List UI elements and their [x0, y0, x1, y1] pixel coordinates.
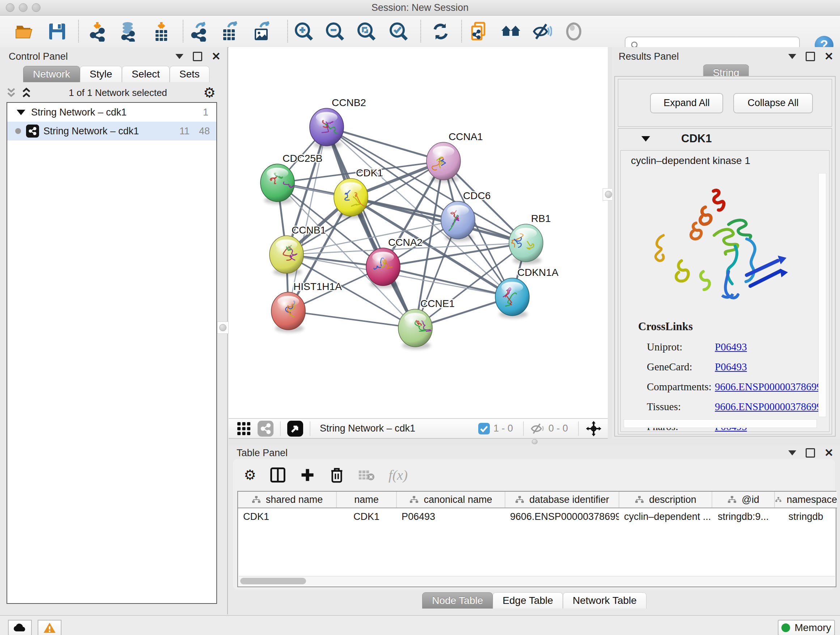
table-cell[interactable]: 9606.ENSP00000378699 [505, 508, 619, 525]
collapse-all-button[interactable]: Collapse All [733, 93, 813, 113]
network-node-ccna1[interactable]: CCNA1 [426, 131, 483, 182]
pan-move-icon[interactable] [585, 420, 602, 437]
add-column-icon[interactable] [300, 467, 316, 483]
zoom-in-icon[interactable] [294, 21, 314, 42]
panel-close-icon[interactable]: ✕ [824, 53, 834, 60]
tab-sets[interactable]: Sets [170, 66, 210, 82]
network-row[interactable]: String Network – cdk1 11 48 [7, 122, 216, 141]
table-cell[interactable]: CDK1 [238, 508, 336, 525]
export-image-icon[interactable] [252, 21, 272, 42]
zoom-fit-icon[interactable] [356, 21, 377, 42]
collapse-all-icon[interactable] [5, 87, 17, 98]
vertical-splitter[interactable] [608, 47, 612, 439]
table-container: ⚙ f(x) shared namenamecanonical namedata… [233, 459, 835, 589]
table-cell[interactable]: cyclin–dependent ... [619, 508, 712, 525]
network-node-rb1[interactable]: RB1 [509, 213, 551, 264]
network-node-ccnb1[interactable]: CCNB1 [270, 225, 326, 276]
scrollbar-thumb[interactable] [240, 578, 306, 584]
tab-edge-table[interactable]: Edge Table [493, 592, 563, 608]
panel-menu-icon[interactable] [788, 450, 796, 455]
gene-section-header[interactable]: CDK1 [618, 128, 832, 149]
panel-close-icon[interactable]: ✕ [824, 449, 834, 456]
window-minimize-button[interactable] [19, 3, 27, 12]
warning-button[interactable] [38, 620, 62, 635]
tab-network-table[interactable]: Network Table [563, 592, 646, 608]
export-network-icon[interactable] [189, 21, 210, 42]
tree-caret-icon[interactable] [17, 110, 25, 115]
network-view-canvas[interactable]: CCNB2CCNA1CDC25BCDK1CDC6RB1CCNB1CCNA2CDK… [229, 47, 608, 418]
panel-menu-icon[interactable] [175, 54, 183, 59]
network-node-ccne1[interactable]: CCNE1 [398, 298, 455, 349]
network-edge[interactable] [327, 127, 444, 161]
cloud-button[interactable] [8, 620, 32, 635]
network-edge[interactable] [383, 267, 512, 297]
column-header-namespace[interactable]: namespace [775, 492, 837, 508]
open-in-new-icon[interactable] [287, 421, 303, 437]
expand-all-icon[interactable] [20, 87, 33, 98]
refresh-icon[interactable] [431, 21, 451, 42]
panel-float-icon[interactable] [193, 52, 202, 61]
column-header-description[interactable]: description [619, 492, 712, 508]
crosslink-value-link[interactable]: 9606.ENSP00000378699 [715, 401, 822, 413]
splitter-handle[interactable] [532, 439, 538, 444]
import-network-file-icon[interactable] [88, 21, 108, 42]
panel-menu-icon[interactable] [788, 54, 796, 59]
results-horizontal-scrollbar[interactable] [624, 419, 817, 428]
gear-icon[interactable]: ⚙ [203, 85, 216, 101]
panel-close-icon[interactable]: ✕ [212, 53, 221, 60]
horizontal-splitter[interactable] [229, 439, 840, 445]
home-view-icon[interactable] [501, 21, 521, 42]
network-view-icon[interactable] [257, 421, 273, 437]
column-header-name[interactable]: name [336, 492, 396, 508]
clone-network-icon[interactable] [469, 21, 489, 42]
table-cell[interactable]: stringdb [775, 508, 837, 525]
table-cell[interactable]: CDK1 [336, 508, 396, 525]
memory-button[interactable]: Memory [778, 620, 835, 635]
network-node-ccnb2[interactable]: CCNB2 [309, 97, 366, 149]
gear-icon[interactable]: ⚙ [244, 467, 256, 483]
window-zoom-button[interactable] [32, 3, 41, 12]
export-table-icon[interactable] [219, 21, 240, 42]
delete-icon[interactable] [329, 467, 344, 483]
column-header-canonical-name[interactable]: canonical name [396, 492, 505, 508]
grid-view-icon[interactable] [237, 421, 251, 436]
open-session-icon[interactable] [14, 21, 35, 42]
panel-float-icon[interactable] [806, 52, 815, 61]
import-network-database-icon[interactable] [118, 21, 139, 42]
tab-node-table[interactable]: Node Table [422, 592, 493, 608]
hide-selection-icon[interactable] [532, 21, 552, 42]
zoom-out-icon[interactable] [325, 21, 345, 42]
save-session-icon[interactable] [47, 21, 67, 42]
table-row[interactable]: CDK1CDK1P064939606.ENSP00000378699cyclin… [238, 508, 837, 525]
panel-float-icon[interactable] [806, 448, 815, 458]
table-horizontal-scrollbar[interactable] [239, 576, 835, 586]
window-close-button[interactable] [6, 3, 14, 12]
crosslink-value-link[interactable]: P06493 [715, 361, 747, 373]
hidden-eye-icon[interactable] [531, 423, 545, 435]
column-header-database-identifier[interactable]: database identifier [505, 492, 619, 508]
splitter-handle[interactable] [217, 321, 229, 334]
show-columns-icon[interactable] [270, 467, 286, 483]
import-table-icon[interactable] [151, 21, 172, 42]
selected-checkbox-icon[interactable] [478, 423, 490, 434]
results-vertical-scrollbar[interactable] [818, 173, 826, 417]
zoom-selected-icon[interactable] [388, 21, 409, 42]
crosslink-value-link[interactable]: 9606.ENSP00000378699 [715, 381, 822, 393]
network-collection-row[interactable]: String Network – cdk1 1 [7, 103, 216, 122]
crosslink-value-link[interactable]: P06493 [715, 341, 747, 353]
table-cell[interactable]: stringdb:9... [712, 508, 775, 525]
column-header--id[interactable]: @id [712, 492, 775, 508]
network-node-cdkn1a[interactable]: CDKN1A [495, 267, 559, 318]
table-cell[interactable]: P06493 [396, 508, 505, 525]
network-node-hist1h1a[interactable]: HIST1H1A [271, 281, 342, 333]
expand-all-button[interactable]: Expand All [650, 93, 723, 113]
toolbar-separator [183, 20, 183, 42]
tab-style[interactable]: Style [80, 66, 122, 82]
section-caret-icon[interactable] [641, 136, 650, 141]
tab-select[interactable]: Select [122, 66, 170, 82]
node-label: CDC25B [283, 153, 322, 164]
network-edge[interactable] [288, 311, 415, 328]
column-header-shared-name[interactable]: shared name [238, 492, 336, 508]
show-selection-icon[interactable] [564, 21, 584, 42]
tab-network[interactable]: Network [23, 66, 80, 82]
